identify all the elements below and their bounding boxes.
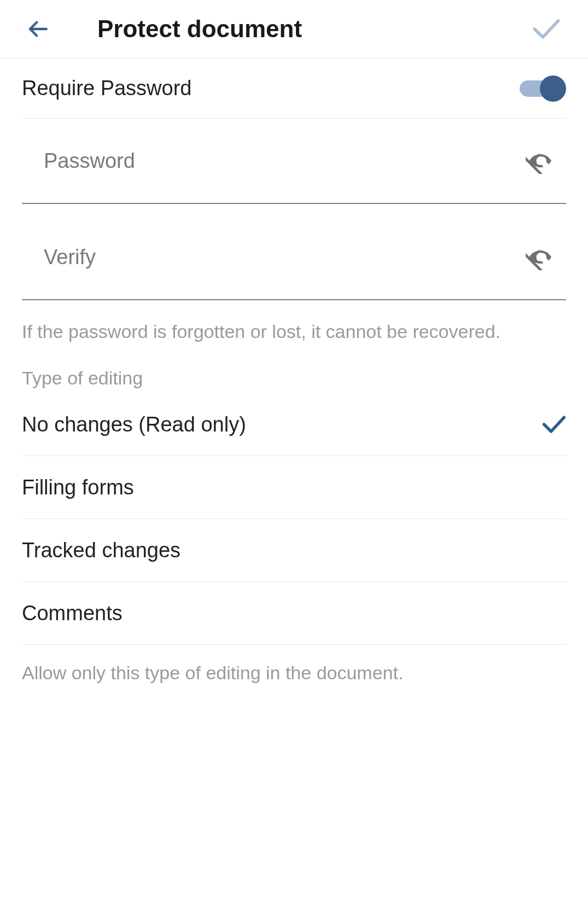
editing-option-selected-indicator xyxy=(542,605,566,621)
back-button[interactable] xyxy=(26,18,49,40)
header-bar: Protect document xyxy=(0,0,588,59)
page-title: Protect document xyxy=(97,15,532,43)
editing-option-selected-indicator xyxy=(542,479,566,496)
checkmark-icon xyxy=(532,18,561,40)
checkmark-icon xyxy=(542,415,566,434)
require-password-toggle[interactable] xyxy=(520,75,566,102)
verify-input[interactable] xyxy=(44,246,520,269)
require-password-label: Require Password xyxy=(22,77,191,100)
editing-option-filling-forms[interactable]: Filling forms xyxy=(22,456,566,519)
password-input[interactable] xyxy=(44,149,520,173)
eye-off-icon xyxy=(526,148,555,174)
editing-option-label: Tracked changes xyxy=(22,539,181,562)
editing-option-selected-indicator xyxy=(542,416,566,433)
password-lost-hint: If the password is forgotten or lost, it… xyxy=(0,300,588,346)
editing-option-label: Comments xyxy=(22,602,123,625)
editing-option-tracked-changes[interactable]: Tracked changes xyxy=(22,519,566,582)
require-password-row: Require Password xyxy=(22,59,566,119)
arrow-left-icon xyxy=(26,18,49,40)
confirm-button[interactable] xyxy=(532,18,566,40)
eye-off-icon xyxy=(526,244,555,270)
editing-footer-hint: Allow only this type of editing in the d… xyxy=(0,645,588,687)
editing-option-label: Filling forms xyxy=(22,476,134,499)
editing-option-selected-indicator xyxy=(542,542,566,558)
editing-option-readonly[interactable]: No changes (Read only) xyxy=(22,393,566,456)
editing-option-label: No changes (Read only) xyxy=(22,413,246,436)
password-field-row xyxy=(22,119,566,204)
toggle-verify-visibility-button[interactable] xyxy=(520,244,566,270)
toggle-knob xyxy=(540,75,566,102)
editing-option-comments[interactable]: Comments xyxy=(22,582,566,645)
toggle-password-visibility-button[interactable] xyxy=(520,148,566,174)
editing-category-label: Type of editing xyxy=(0,346,588,393)
verify-field-row xyxy=(22,215,566,300)
